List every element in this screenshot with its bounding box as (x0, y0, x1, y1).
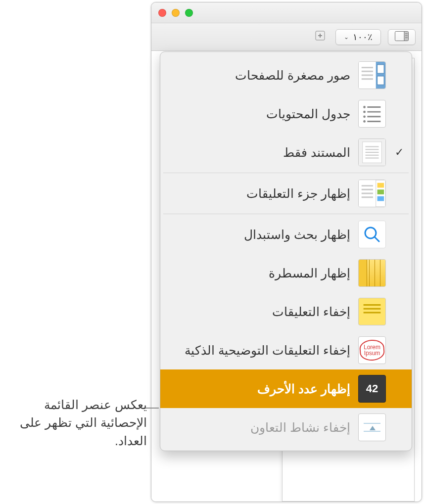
svg-rect-35 (377, 189, 384, 194)
ruler-icon (358, 259, 386, 287)
window-titlebar (151, 2, 422, 23)
collaboration-activity-icon (358, 413, 386, 441)
close-window-button[interactable] (158, 9, 166, 17)
menu-item-hide-comments[interactable]: إخفاء التعليقات (160, 292, 412, 331)
menu-item-label: إظهار المسطرة (170, 266, 350, 280)
checkmark-icon: ✓ (394, 146, 405, 159)
smart-annotations-icon: LoremIpsum (358, 336, 386, 364)
count-badge-value: 42 (366, 382, 378, 395)
svg-rect-1 (404, 32, 408, 41)
menu-item-label: جدول المحتويات (170, 107, 350, 121)
toc-icon (358, 100, 386, 128)
menu-separator (163, 214, 409, 214)
svg-line-42 (375, 237, 379, 241)
svg-rect-12 (377, 76, 384, 85)
chevron-down-icon: ⌄ (344, 34, 349, 41)
menu-item-show-ruler[interactable]: إظهار المسطرة (160, 254, 412, 292)
svg-point-17 (363, 106, 366, 108)
menu-item-label: إخفاء التعليقات (170, 305, 350, 319)
menu-item-label: صور مصغرة للصفحات (170, 68, 350, 83)
menu-item-label: إظهار جزء التعليقات (170, 186, 350, 201)
menu-item-label: إخفاء نشاط التعاون (170, 420, 350, 435)
menu-item-show-comments-pane[interactable]: إظهار جزء التعليقات (160, 174, 412, 213)
svg-point-19 (363, 111, 366, 113)
callout-text: يعكس عنصر القائمة الإحصائية التي تظهر عل… (8, 396, 147, 450)
menu-item-table-of-contents[interactable]: جدول المحتويات (160, 94, 412, 133)
view-menu-popover: صور مصغرة للصفحات جدول المحتويات ✓ (160, 51, 412, 451)
zoom-value: ٪١٠٠ (353, 32, 373, 43)
svg-rect-34 (377, 183, 384, 188)
menu-item-hide-smart-annotations[interactable]: LoremIpsum إخفاء التعليقات التوضيحية الذ… (160, 331, 412, 369)
menu-item-show-character-count[interactable]: 42 إظهار عدد الأحرف (160, 369, 412, 408)
zoom-dropdown[interactable]: ٪١٠٠ ⌄ (335, 29, 381, 45)
add-page-button[interactable] (312, 30, 329, 45)
svg-point-23 (363, 120, 366, 123)
view-menu-button[interactable] (388, 29, 416, 45)
plus-page-icon (314, 32, 326, 44)
search-icon (358, 221, 386, 248)
svg-rect-36 (377, 196, 384, 201)
toolbar: ٪١٠٠ ⌄ (151, 23, 422, 51)
sticky-note-icon (358, 298, 386, 325)
svg-rect-11 (377, 65, 384, 73)
minimize-window-button[interactable] (172, 9, 180, 17)
fullscreen-window-button[interactable] (185, 9, 193, 17)
menu-item-page-thumbnails[interactable]: صور مصغرة للصفحات (160, 56, 412, 94)
comments-pane-icon (358, 180, 386, 207)
menu-item-hide-collaboration-activity: إخفاء نشاط التعاون (160, 408, 412, 447)
svg-point-21 (363, 115, 366, 118)
character-count-icon: 42 (358, 375, 386, 403)
menu-item-label: المستند فقط (170, 145, 350, 160)
document-only-icon (358, 138, 386, 166)
menu-item-show-find-replace[interactable]: إظهار بحث واستبدال (160, 215, 412, 254)
menu-item-label: إظهار بحث واستبدال (170, 228, 350, 242)
sidebar-icon (395, 31, 409, 43)
svg-marker-44 (369, 319, 375, 324)
menu-item-label: إظهار عدد الأحرف (170, 382, 350, 396)
thumbnails-icon (358, 61, 386, 89)
menu-item-document-only[interactable]: ✓ المستند فقط (160, 133, 412, 172)
menu-item-label: إخفاء التعليقات التوضيحية الذكية (170, 343, 350, 358)
menu-separator (163, 173, 409, 173)
